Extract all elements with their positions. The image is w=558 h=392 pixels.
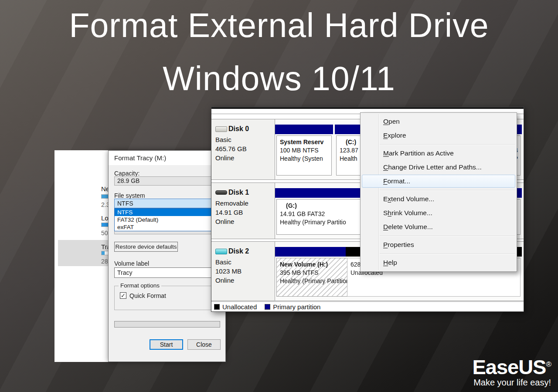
partition-system-reserved[interactable]: System Reserv 100 MB NTFS Healthy (Syste… [275, 125, 333, 176]
disk-info-panel: Disk 1 Removable 14.91 GB Online [211, 183, 275, 239]
page-background: Format External Hard Drive Windows 10/11… [0, 0, 558, 392]
menu-item-mark-partition-active[interactable]: Mark Partition as Active [361, 146, 517, 160]
disk-size: 465.76 GB [215, 144, 275, 153]
legend-label: Unallocated [222, 303, 257, 311]
menu-separator [380, 253, 515, 254]
quick-format-checkbox[interactable] [120, 292, 126, 299]
disk-size: 1023 MB [215, 267, 275, 276]
menu-item-properties[interactable]: Properties [361, 238, 517, 252]
menu-item-shrink-volume[interactable]: Shrink Volume... [361, 206, 517, 220]
disk-icon [215, 249, 227, 254]
volume-label-input[interactable] [114, 267, 220, 278]
format-dialog: Format Tracy (M:) Capacity: 28.9 GB File… [108, 150, 226, 362]
dropdown-option-exfat[interactable]: exFAT [115, 223, 220, 231]
registered-trademark-symbol: ® [546, 360, 551, 368]
disk-info-panel: Disk 2 Basic 1023 MB Online [211, 242, 275, 301]
disk-info-panel: Disk 0 Basic 465.76 GB Online [211, 119, 275, 179]
dialog-title: Format Tracy (M:) [114, 154, 166, 162]
easeus-tagline: Make your life easy! [472, 378, 551, 388]
disk-status: Online [215, 153, 275, 162]
dropdown-option-fat32[interactable]: FAT32 (Default) [115, 216, 220, 223]
format-options-groupbox: Format options Quick Format [114, 286, 220, 310]
disk-type: Basic [215, 257, 275, 267]
page-title-line2: Windows 10/11 [0, 59, 558, 98]
menu-separator [380, 190, 515, 190]
disk-name: Disk 0 [228, 124, 249, 134]
menu-item-help[interactable]: Help [361, 256, 517, 270]
easeus-branding: EaseUS® Make your life easy! [472, 357, 551, 388]
easeus-logo: EaseUS® [472, 357, 551, 377]
file-system-dropdown: NTFS FAT32 (Default) exFAT [114, 208, 220, 231]
menu-separator [380, 144, 515, 145]
menu-item-change-drive-letter[interactable]: Change Drive Letter and Paths... [361, 160, 517, 174]
partition-header [275, 125, 333, 134]
file-system-select[interactable]: NTFS [114, 199, 220, 208]
file-system-label: File system [114, 192, 145, 199]
disk-size: 14.91 GB [215, 208, 275, 217]
disk-type: Removable [215, 199, 275, 208]
dialog-titlebar[interactable]: Format Tracy (M:) [109, 151, 225, 165]
partition-size: 100 MB NTFS [280, 146, 328, 155]
restore-defaults-button[interactable]: Restore device defaults [114, 242, 178, 252]
close-button[interactable]: Close [187, 339, 221, 350]
format-progress-bar [114, 321, 220, 328]
legend-label: Primary partition [273, 303, 320, 311]
disk-type: Basic [215, 135, 275, 144]
capacity-label: Capacity: [114, 170, 140, 177]
quick-format-label: Quick Format [129, 292, 166, 299]
menu-item-open[interactable]: Open [361, 115, 517, 128]
partition-status: Healthy (Systen [280, 155, 328, 163]
disk-name: Disk 2 [228, 247, 249, 256]
removable-disk-icon [215, 190, 227, 195]
menu-item-explore[interactable]: Explore [361, 128, 517, 142]
legend-bar: Unallocated Primary partition [211, 301, 524, 311]
menu-item-delete-volume[interactable]: Delete Volume... [361, 220, 517, 234]
capacity-field: 28.9 GB [114, 176, 220, 186]
disk-status: Online [215, 217, 275, 226]
start-button[interactable]: Start [150, 339, 183, 350]
dropdown-option-ntfs[interactable]: NTFS [115, 209, 220, 216]
disk-name: Disk 1 [228, 188, 249, 197]
format-options-label: Format options [119, 282, 161, 289]
page-title-line1: Format External Hard Drive [0, 6, 558, 45]
disk-status: Online [215, 276, 275, 285]
partition-title: System Reserv [280, 138, 328, 146]
primary-partition-legend-swatch [265, 304, 270, 310]
menu-separator [380, 236, 515, 236]
partition-context-menu: Open Explore Mark Partition as Active Ch… [360, 112, 517, 272]
menu-item-extend-volume[interactable]: Extend Volume... [361, 192, 517, 206]
unallocated-legend-swatch [214, 304, 220, 310]
disk-icon [215, 126, 227, 132]
menu-item-format[interactable]: Format... [361, 174, 517, 188]
volume-label: Volume label [114, 260, 149, 267]
